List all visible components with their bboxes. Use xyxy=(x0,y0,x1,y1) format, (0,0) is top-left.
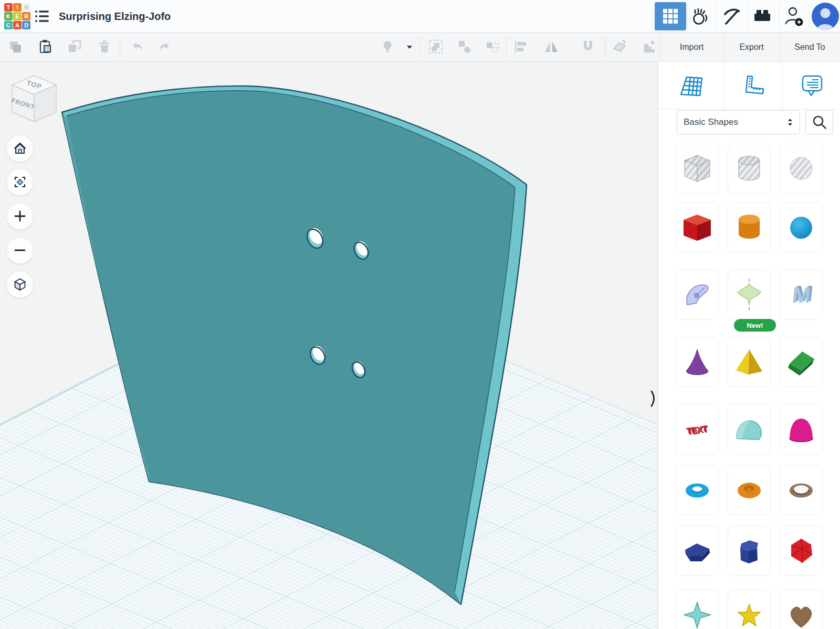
paste-icon[interactable] xyxy=(37,39,53,55)
profile-avatar[interactable] xyxy=(811,2,839,30)
home-view-button[interactable] xyxy=(7,135,33,162)
tinkercad-app: T I N K E R C A D Surprising Elzing-Jofo xyxy=(0,0,840,629)
shape-hole-cylinder[interactable] xyxy=(728,144,771,194)
panel-collapse-button[interactable] xyxy=(650,389,660,409)
add-collaborator-icon[interactable] xyxy=(782,4,806,28)
copy-icon[interactable] xyxy=(7,39,23,55)
ruler-widget-button[interactable] xyxy=(724,62,783,109)
notes-widget-button[interactable] xyxy=(783,62,840,109)
shape-heart[interactable] xyxy=(780,590,823,629)
edit-toolbar: Import Export Send To xyxy=(0,33,840,62)
logo-tile: C xyxy=(4,21,13,29)
separator xyxy=(652,4,653,28)
workplane-tool-icon[interactable] xyxy=(612,39,627,55)
search-icon xyxy=(811,114,828,131)
text-shape-glyph: M xyxy=(791,283,812,307)
separator xyxy=(748,4,748,28)
separator xyxy=(506,37,507,58)
shape-sphere[interactable] xyxy=(780,202,823,253)
send-to-button[interactable]: Send To xyxy=(779,33,840,62)
shape-polygon[interactable] xyxy=(676,526,719,576)
group-icon[interactable] xyxy=(428,39,444,55)
separator xyxy=(420,37,421,58)
separator xyxy=(809,4,810,28)
shape-revolve[interactable] xyxy=(728,270,771,320)
design-title[interactable]: Surprising Elzing-Jofo xyxy=(59,0,171,33)
logo-tile: I xyxy=(13,3,22,12)
workplane-widget-button[interactable] xyxy=(658,62,724,109)
shape-text-3d[interactable]: TEXT TEXT xyxy=(676,404,719,454)
shape-prism[interactable] xyxy=(728,526,771,576)
shape-category-select[interactable]: Basic Shapes xyxy=(677,110,800,134)
logo-tile: N xyxy=(22,3,30,12)
perspective-toggle-button[interactable] xyxy=(7,271,33,297)
shape-cone[interactable] xyxy=(676,337,719,387)
ungroup-all-icon[interactable] xyxy=(485,39,500,55)
export-button[interactable]: Export xyxy=(723,33,779,62)
shape-scribble[interactable] xyxy=(676,270,719,320)
logo-tile: A xyxy=(13,21,22,29)
logo-tile: K xyxy=(4,12,13,20)
separator xyxy=(687,4,687,28)
search-shapes-button[interactable] xyxy=(805,110,833,134)
shape-star-5[interactable] xyxy=(728,590,771,629)
zoom-in-button[interactable] xyxy=(7,203,33,229)
delete-icon[interactable] xyxy=(97,39,112,55)
fit-view-button[interactable] xyxy=(7,169,33,195)
select-caret-icon xyxy=(787,118,793,126)
block-export-icon[interactable] xyxy=(720,4,744,28)
ruler-tool-icon[interactable] xyxy=(642,39,657,55)
new-badge: New! xyxy=(734,319,776,332)
shape-pyramid[interactable] xyxy=(728,337,771,387)
separator xyxy=(716,4,717,28)
shape-category-value: Basic Shapes xyxy=(684,117,738,127)
view-cube[interactable]: TOP FRONT xyxy=(6,71,62,130)
show-all-options-icon[interactable] xyxy=(406,45,413,49)
separator xyxy=(120,37,120,58)
shape-roof[interactable] xyxy=(780,337,823,387)
separator xyxy=(605,37,605,58)
brick-export-icon[interactable] xyxy=(750,4,774,28)
logo-tile: E xyxy=(13,12,22,20)
duplicate-icon[interactable] xyxy=(67,39,82,55)
shape-cylinder[interactable] xyxy=(728,202,771,253)
redo-icon[interactable] xyxy=(156,39,172,55)
logo-tile: R xyxy=(22,12,30,20)
shape-half-cylinder[interactable] xyxy=(728,404,771,454)
shape-torus-thick[interactable] xyxy=(728,465,771,515)
snap-icon[interactable] xyxy=(580,39,596,55)
top-bar: T I N K E R C A D Surprising Elzing-Jofo xyxy=(0,0,840,33)
shape-text-letter[interactable]: M M xyxy=(780,270,823,320)
show-all-icon[interactable] xyxy=(380,39,395,55)
notes-widget-icon xyxy=(798,73,825,98)
sim-lab-icon[interactable] xyxy=(688,4,712,28)
shape-hole-box[interactable] xyxy=(676,144,719,194)
align-icon[interactable] xyxy=(513,39,529,55)
shape-box[interactable] xyxy=(676,202,719,253)
separator xyxy=(779,4,780,28)
ruler-widget-icon xyxy=(740,73,767,98)
shape-torus[interactable] xyxy=(676,465,719,515)
ungroup-icon[interactable] xyxy=(457,39,472,55)
shape-icosahedron[interactable] xyxy=(780,526,823,576)
dashboard-grid-icon[interactable] xyxy=(655,2,686,30)
chevron-right-icon xyxy=(652,391,654,406)
shape-hole-sphere[interactable] xyxy=(780,144,823,194)
zoom-out-button[interactable] xyxy=(7,237,33,263)
design-menu-icon[interactable] xyxy=(35,9,50,24)
tinkercad-logo[interactable]: T I N K E R C A D xyxy=(4,3,30,29)
logo-tile: T xyxy=(4,3,13,12)
import-button[interactable]: Import xyxy=(659,33,723,62)
shapes-panel: Basic Shapes xyxy=(658,62,840,629)
shape-tube[interactable] xyxy=(780,465,823,515)
shape-paraboloid[interactable] xyxy=(780,404,823,454)
flip-icon[interactable] xyxy=(543,39,559,55)
separator xyxy=(658,109,840,109)
undo-icon[interactable] xyxy=(130,39,145,55)
shape-star-4[interactable] xyxy=(676,590,719,629)
logo-tile: D xyxy=(22,21,30,29)
workplane-widget-icon xyxy=(677,73,705,98)
